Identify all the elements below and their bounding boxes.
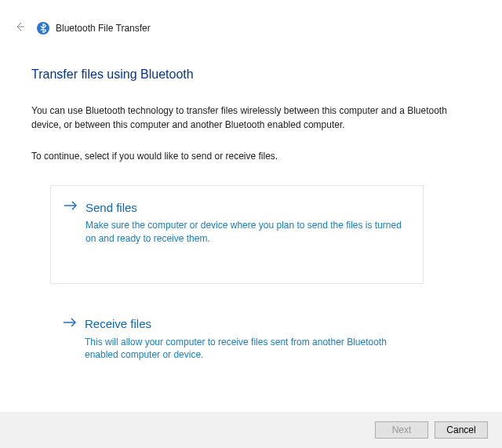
option-title: Receive files [85, 317, 151, 330]
arrow-right-icon [63, 317, 77, 331]
option-send-files[interactable]: Send files Make sure the computer or dev… [50, 185, 424, 284]
back-button[interactable] [13, 20, 26, 36]
footer-bar: Next Cancel [0, 412, 502, 448]
option-description: Make sure the computer or device where y… [85, 219, 410, 246]
page-title: Transfer files using Bluetooth [31, 67, 471, 82]
window-title: Bluetooth File Transfer [56, 23, 151, 34]
bluetooth-icon [37, 22, 49, 35]
cancel-button[interactable]: Cancel [435, 421, 488, 439]
arrow-right-icon [64, 200, 78, 214]
instruction-text: To continue, select if you would like to… [31, 151, 471, 162]
option-title: Send files [85, 201, 137, 214]
option-description: This will allow your computer to receive… [85, 336, 411, 362]
option-receive-files[interactable]: Receive files This will allow your compu… [50, 303, 424, 373]
next-button[interactable]: Next [375, 421, 428, 439]
intro-text: You can use Bluetooth technology to tran… [31, 104, 471, 132]
